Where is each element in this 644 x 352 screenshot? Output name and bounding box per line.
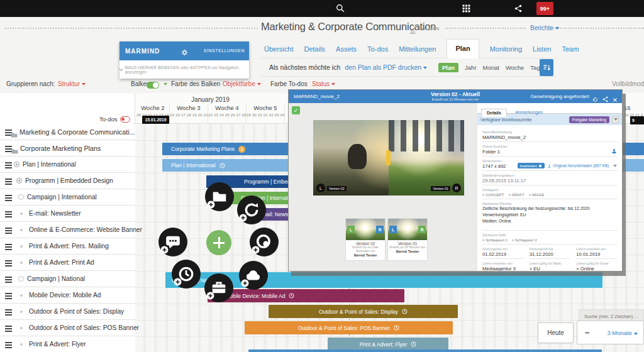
todos-toggle[interactable]	[120, 116, 130, 123]
select-checkbox[interactable]: ✓	[292, 106, 300, 114]
tag-chip[interactable]: × DRAFT	[509, 193, 525, 197]
reports-link[interactable]: Berichte	[530, 25, 559, 31]
sort-button[interactable]	[540, 59, 553, 76]
tag-chip[interactable]: × CONCEPT	[482, 193, 504, 197]
date-field[interactable]: 10.01.2019	[576, 251, 617, 259]
tree-row[interactable]: Print & Advert: Flyer	[0, 336, 135, 352]
view-monat[interactable]: Monat	[483, 64, 499, 71]
radial-add-plan-button[interactable]	[205, 182, 234, 211]
gantt-bar-print-advert-flyer[interactable]: Print & Advert: Flyer	[328, 338, 448, 351]
radial-add-campaign-button[interactable]	[250, 228, 279, 256]
tab-listen[interactable]: Listen	[533, 45, 551, 58]
today-button[interactable]: Heute	[538, 322, 574, 343]
chevron-down-icon[interactable]	[613, 165, 617, 167]
drag-handle-icon[interactable]	[5, 244, 12, 245]
bars-toggle[interactable]	[147, 82, 159, 89]
zoom-out-button[interactable]: –	[577, 327, 589, 338]
radial-add-button[interactable]	[206, 230, 231, 255]
gantt-bar-partial-next-row[interactable]	[248, 349, 602, 352]
tree-row[interactable]: Print & Advert: Pers. Mailing	[0, 238, 135, 255]
tab-anmerkungen[interactable]: Anmerkungen	[515, 110, 543, 114]
tree-row[interactable]: Mobile Device: Mobile Ad	[0, 287, 135, 304]
download-original-link[interactable]: Original herunterladen (897 KB)	[547, 163, 609, 168]
marmind-hint[interactable]: MAUS HIERHER BEWEGEN oder ANTIPPEN um Na…	[119, 60, 249, 79]
drag-handle-icon[interactable]	[5, 179, 12, 180]
tab-assets[interactable]: Assets	[336, 45, 357, 58]
drag-handle-icon[interactable]	[5, 228, 12, 229]
tree-row[interactable]: Programm | Embedded Design	[0, 173, 135, 189]
version-compare-viewer[interactable]: L Version 02 Version 01 R	[313, 120, 464, 195]
bar-color-dropdown[interactable]: Objektfarbe	[223, 80, 261, 87]
license-field[interactable]: Mediaagentur X	[482, 265, 523, 271]
tags-field[interactable]: × CONCEPT× DRAFT× IMAGE	[482, 192, 617, 199]
drag-handle-icon[interactable]	[5, 211, 12, 212]
tab-team[interactable]: Team	[562, 45, 579, 58]
left-select-badge[interactable]: L	[347, 226, 355, 233]
tree-row[interactable]: Online & E-Commerce: Website Banner	[0, 222, 135, 238]
drag-handle-icon[interactable]	[5, 309, 12, 311]
view-woche[interactable]: Woche	[506, 64, 524, 71]
view-plan[interactable]: Plan	[438, 63, 458, 72]
dam-tags-field[interactable]: × Schlagwort 1× Schlagwort 2	[482, 237, 617, 245]
tree-row[interactable]: E-mail: Newsletter	[0, 206, 135, 222]
assign-user-icon[interactable]	[611, 148, 617, 154]
workflow-more-button[interactable]	[612, 116, 619, 123]
radial-add-job-button[interactable]	[204, 273, 233, 302]
next-action-dropdown[interactable]: den Plan als PDF drucken	[345, 63, 427, 71]
group-by-dropdown[interactable]: Struktur	[58, 80, 86, 87]
radial-add-time-button[interactable]	[172, 260, 201, 289]
fullscreen-link[interactable]: Vollbildmodu	[612, 80, 644, 87]
tag-chip[interactable]: × Schlagwort 2	[512, 238, 537, 242]
tab-uebersicht[interactable]: Übersicht	[264, 45, 293, 58]
license-field[interactable]: × Online	[576, 265, 617, 271]
rights-field[interactable]: Zeitliche Beschränkung der Nutzungsrecht…	[482, 206, 617, 231]
date-field[interactable]: 31.12.2020	[530, 251, 570, 259]
version-card[interactable]: LRVersion 01Erstellt vor 18 Minuten vonB…	[387, 218, 428, 261]
drag-handle-icon[interactable]	[5, 342, 12, 343]
drag-handle-icon[interactable]	[5, 162, 12, 163]
marmind-nav-widget[interactable]: MARMIND EINSTELLUNGEN MAUS HIERHER BEWEG…	[119, 41, 249, 79]
radial-add-asset-button[interactable]	[239, 261, 268, 290]
radial-add-program-button[interactable]	[237, 195, 266, 224]
view-tag[interactable]: Tag	[530, 64, 540, 71]
left-select-badge[interactable]: L	[389, 226, 397, 233]
folder-field[interactable]: Folder 1	[482, 148, 617, 157]
apps-grid-icon[interactable]	[462, 4, 470, 15]
date-box-fragment[interactable]: 9	[630, 116, 644, 124]
tab-details[interactable]: Details	[304, 45, 325, 58]
compare-slider-handle[interactable]	[386, 150, 391, 165]
license-field[interactable]: × EU	[530, 265, 570, 271]
drag-handle-icon[interactable]	[5, 326, 12, 327]
right-select-badge[interactable]: R	[376, 226, 384, 233]
zoom-level-dropdown[interactable]: 3 Monate	[607, 329, 643, 336]
tree-row[interactable]: Outdoor & Point of Sales: POS Banner	[0, 320, 135, 336]
right-select-badge[interactable]: R	[418, 226, 426, 233]
tree-row[interactable]: Campaign | National	[0, 271, 135, 287]
tree-row[interactable]: Plan | International	[0, 157, 135, 173]
gantt-bar-outdoor-pos-banner[interactable]: Outdoor & Point of Sales: POS Banner	[245, 321, 453, 334]
tab-todos[interactable]: To-dos	[367, 45, 388, 58]
todo-color-dropdown[interactable]: Status	[312, 80, 335, 87]
tag-chip[interactable]: × Schlagwort 1	[482, 238, 508, 242]
search-icon[interactable]	[336, 4, 345, 15]
tree-row[interactable]: Corporate Marketing Plans	[0, 140, 135, 157]
selected-date-box[interactable]: 15.01.2019	[142, 116, 169, 124]
tree-row[interactable]: Marketing & Corporate Communicati...	[0, 124, 135, 140]
share-icon[interactable]	[514, 4, 522, 15]
notification-badge[interactable]: 99+	[536, 2, 553, 15]
follow-label[interactable]: FOLGEN	[419, 26, 440, 31]
tab-plan[interactable]: Plan	[447, 39, 479, 58]
tab-monitoring[interactable]: Monitoring	[490, 45, 522, 58]
workflow-approve-button[interactable]: Freigabe Marketing	[569, 116, 609, 123]
drag-handle-icon[interactable]	[5, 260, 12, 261]
view-jahr[interactable]: Jahr	[465, 64, 476, 71]
gear-icon[interactable]	[181, 47, 188, 58]
tag-chip[interactable]: × IMAGE	[529, 193, 545, 197]
date-field[interactable]: 01.02.2019	[482, 251, 523, 259]
drag-handle-icon[interactable]	[5, 277, 12, 278]
tree-row[interactable]: Campaign | International	[0, 189, 135, 206]
bars-toggle-dropdown[interactable]	[162, 80, 167, 87]
settings-button[interactable]: EINSTELLUNGEN	[204, 48, 245, 53]
tab-details[interactable]: Details	[481, 109, 507, 117]
gantt-bar-outdoor-pos-display[interactable]: Outdoor & Point of Sales: Display	[269, 305, 458, 318]
